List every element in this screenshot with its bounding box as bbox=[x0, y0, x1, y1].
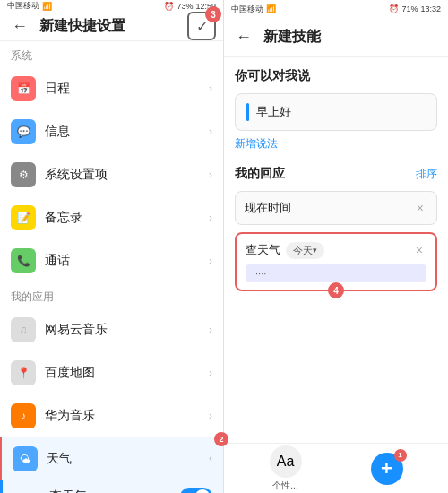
right-bottom-bar: Aa 个性... + 1 bbox=[224, 443, 448, 493]
huawei-music-icon: ♪ bbox=[11, 403, 36, 428]
left-status-carrier: 中国移动 📶 bbox=[7, 0, 52, 12]
list-item-huawei-music[interactable]: ♪ 华为音乐 › bbox=[0, 394, 223, 437]
list-item-weather[interactable]: 🌤 天气 › 2 bbox=[0, 437, 223, 480]
list-item-schedule[interactable]: 📅 日程 › bbox=[0, 67, 223, 110]
note-label: 备忘录 bbox=[45, 210, 209, 226]
alarm-icon: ⏰ bbox=[164, 2, 174, 11]
personalize-icon: Aa bbox=[270, 445, 302, 478]
speech-card: 早上好 bbox=[235, 93, 437, 131]
chevron-down-icon: › bbox=[209, 367, 212, 379]
baidu-map-label: 百度地图 bbox=[45, 365, 209, 381]
schedule-icon: 📅 bbox=[11, 76, 36, 101]
right-carrier-text: 中国移动 bbox=[231, 4, 263, 15]
weather-badge: 2 bbox=[214, 432, 228, 446]
battery-text: 73% bbox=[177, 2, 193, 11]
netease-label: 网易云音乐 bbox=[45, 322, 209, 338]
chevron-down-icon: › bbox=[209, 125, 212, 138]
sort-button[interactable]: 排序 bbox=[416, 167, 437, 182]
note-icon: 📝 bbox=[11, 205, 36, 230]
left-panel: 中国移动 📶 ⏰ 73% 12:59 ← 新建快捷设置 ✓ 3 系统 📅 日程 … bbox=[0, 0, 224, 493]
right-time-text: 13:32 bbox=[420, 4, 441, 13]
weather-item-header: 查天气 今天 × bbox=[246, 241, 426, 259]
confirm-button[interactable]: ✓ 3 bbox=[187, 12, 216, 40]
list-item-baidu-map[interactable]: 📍 百度地图 › bbox=[0, 351, 223, 394]
add-phrase-button[interactable]: 新增说法 bbox=[235, 136, 437, 151]
right-panel: 中国移动 📶 ⏰ 71% 13:32 ← 新建技能 你可以对我说 早上好 新增说… bbox=[224, 0, 448, 493]
right-page-title: 新建技能 bbox=[263, 28, 441, 47]
chevron-down-icon: › bbox=[209, 255, 212, 267]
list-item-call[interactable]: 📞 通话 › bbox=[0, 239, 223, 282]
weather-icon: 🌤 bbox=[13, 446, 38, 471]
message-icon: 💬 bbox=[11, 119, 36, 144]
netease-icon: ♫ bbox=[11, 317, 36, 342]
right-content: 你可以对我说 早上好 新增说法 我的回应 排序 现在时间 × 查天气 今天 × bbox=[224, 57, 448, 443]
right-back-button[interactable]: ← bbox=[231, 25, 256, 50]
speech-text: 早上好 bbox=[256, 104, 426, 120]
personalize-button[interactable]: Aa 个性... bbox=[270, 445, 302, 492]
response-time-text: 现在时间 bbox=[245, 200, 413, 216]
huawei-music-label: 华为音乐 bbox=[45, 408, 209, 424]
my-apps-section-header: 我的应用 bbox=[0, 282, 223, 308]
right-status-carrier: 中国移动 📶 bbox=[231, 4, 276, 15]
weather-badge-4: 4 bbox=[328, 282, 344, 298]
call-label: 通话 bbox=[45, 253, 209, 269]
add-response-button[interactable]: + 1 bbox=[371, 453, 403, 485]
my-response-title: 我的回应 bbox=[235, 166, 285, 182]
weather-label: 天气 bbox=[47, 451, 209, 467]
list-item-settings[interactable]: ⚙ 系统设置项 › bbox=[0, 153, 223, 196]
map-icon: 📍 bbox=[11, 360, 36, 385]
chevron-down-icon: › bbox=[209, 410, 212, 422]
chevron-down-icon: › bbox=[209, 212, 212, 224]
chevron-down-icon: › bbox=[209, 324, 212, 336]
right-status-bar: 中国移动 📶 ⏰ 71% 13:32 bbox=[224, 0, 448, 18]
check-weather-label: 查天气 bbox=[49, 489, 180, 493]
response-time-close[interactable]: × bbox=[413, 199, 427, 217]
weather-sub-text: ····· bbox=[246, 264, 426, 282]
response-header: 我的回应 排序 bbox=[235, 166, 437, 182]
carrier-text: 中国移动 bbox=[7, 0, 39, 12]
left-back-button[interactable]: ← bbox=[7, 13, 32, 39]
left-top-bar: ← 新建快捷设置 ✓ 3 bbox=[0, 12, 223, 41]
personalize-label: 个性... bbox=[272, 480, 297, 492]
weather-item-label: 查天气 bbox=[246, 242, 280, 258]
weather-today-tag[interactable]: 今天 bbox=[286, 242, 324, 259]
sub-item-check-weather[interactable]: 查天气 bbox=[0, 480, 223, 493]
call-icon: 📞 bbox=[11, 248, 36, 273]
response-item-time: 现在时间 × bbox=[235, 191, 437, 225]
speech-bar-indicator bbox=[246, 103, 249, 121]
right-status-right: ⏰ 71% 13:32 bbox=[389, 4, 441, 13]
you-can-say-title: 你可以对我说 bbox=[235, 68, 437, 84]
settings-label: 系统设置项 bbox=[45, 167, 209, 183]
message-label: 信息 bbox=[45, 124, 209, 140]
list-item-message[interactable]: 💬 信息 › bbox=[0, 110, 223, 153]
schedule-label: 日程 bbox=[45, 81, 209, 97]
settings-icon: ⚙ bbox=[11, 162, 36, 187]
add-badge: 1 bbox=[394, 449, 407, 462]
right-signal-icon: 📶 bbox=[266, 4, 276, 13]
weather-toggle[interactable] bbox=[180, 488, 212, 493]
weather-close-button[interactable]: × bbox=[412, 241, 426, 259]
list-item-note[interactable]: 📝 备忘录 › bbox=[0, 196, 223, 239]
weather-response-item: 查天气 今天 × ····· 4 bbox=[235, 232, 437, 291]
confirm-badge: 3 bbox=[205, 6, 221, 22]
chevron-down-icon: › bbox=[209, 82, 212, 95]
right-top-bar: ← 新建技能 bbox=[224, 18, 448, 57]
chevron-up-icon: › bbox=[209, 453, 212, 465]
chevron-down-icon: › bbox=[209, 169, 212, 181]
left-page-title: 新建快捷设置 bbox=[39, 17, 187, 36]
signal-icon: 📶 bbox=[42, 2, 52, 11]
right-alarm-icon: ⏰ bbox=[389, 4, 399, 13]
system-section-header: 系统 bbox=[0, 41, 223, 67]
left-status-bar: 中国移动 📶 ⏰ 73% 12:59 bbox=[0, 0, 223, 12]
list-item-netease[interactable]: ♫ 网易云音乐 › bbox=[0, 308, 223, 351]
right-battery-text: 71% bbox=[401, 4, 418, 13]
